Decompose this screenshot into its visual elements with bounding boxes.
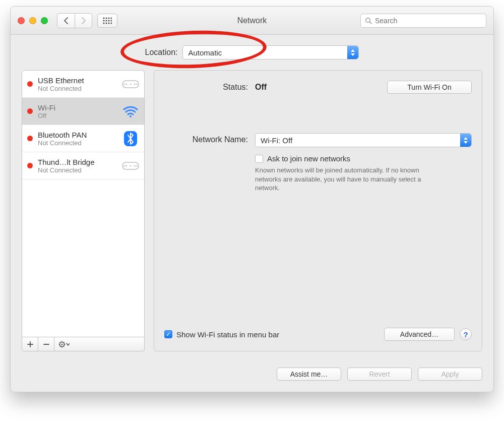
service-item-wifi[interactable]: Wi-Fi Off — [22, 98, 144, 125]
svg-point-6 — [108, 20, 109, 21]
svg-point-23 — [134, 165, 136, 166]
gear-dropdown-icon — [58, 341, 70, 348]
svg-point-10 — [108, 22, 109, 24]
forward-button[interactable] — [75, 14, 92, 28]
svg-point-0 — [103, 17, 104, 19]
search-field[interactable] — [360, 14, 486, 28]
svg-point-22 — [130, 165, 132, 166]
chevron-right-icon — [81, 17, 86, 24]
network-name-label: Network Name: — [164, 133, 248, 144]
svg-point-4 — [103, 20, 104, 21]
status-dot — [27, 136, 33, 141]
revert-button[interactable]: Revert — [347, 368, 412, 381]
minus-icon — [43, 341, 49, 347]
svg-point-25 — [61, 343, 63, 345]
status-row: Status: Off Turn Wi-Fi On — [164, 81, 472, 94]
status-value: Off — [255, 83, 267, 91]
zoom-window-button[interactable] — [41, 17, 48, 24]
wifi-icon — [122, 105, 139, 118]
chevron-left-icon — [64, 17, 69, 24]
close-window-button[interactable] — [18, 17, 25, 24]
ask-join-help: Known networks will be joined automatica… — [255, 166, 442, 193]
status-dot — [27, 108, 33, 114]
minimize-window-button[interactable] — [29, 17, 36, 24]
svg-line-31 — [64, 346, 64, 346]
back-button[interactable] — [57, 14, 75, 28]
titlebar: Network — [11, 7, 493, 35]
status-dot — [27, 163, 33, 168]
network-name-select[interactable]: Wi-Fi: Off — [255, 133, 472, 147]
ethernet-icon — [122, 159, 139, 172]
service-name: Thund…lt Bridge — [38, 158, 117, 166]
service-name: Wi-Fi — [38, 103, 117, 112]
bottom-bar: Assist me… Revert Apply — [11, 360, 493, 392]
service-actions-button[interactable] — [54, 337, 144, 351]
network-preferences-window: Network Location: Automatic USB Ethernet… — [10, 6, 494, 392]
svg-point-21 — [126, 165, 128, 166]
assist-me-button[interactable]: Assist me… — [277, 368, 341, 381]
search-input[interactable] — [375, 17, 482, 25]
show-status-label: Show Wi-Fi status in menu bar — [176, 330, 279, 339]
svg-point-9 — [105, 22, 107, 24]
search-icon — [365, 17, 372, 24]
help-button[interactable]: ? — [460, 328, 472, 340]
svg-point-3 — [110, 17, 112, 19]
checkbox-icon — [255, 155, 263, 163]
help-icon: ? — [463, 330, 468, 339]
svg-line-30 — [60, 342, 60, 342]
location-label: Location: — [145, 48, 178, 57]
service-status: Not Connected — [38, 85, 117, 92]
status-dot — [27, 81, 33, 87]
ask-join-checkbox[interactable]: Ask to join new networks — [255, 154, 472, 163]
content: USB Ethernet Not Connected Wi-Fi Off — [11, 70, 493, 360]
status-label: Status: — [164, 83, 248, 92]
svg-line-32 — [60, 346, 60, 346]
service-item-thunderbolt-bridge[interactable]: Thund…lt Bridge Not Connected — [22, 152, 144, 179]
ethernet-icon — [122, 78, 139, 91]
plus-icon — [27, 341, 33, 347]
service-name: USB Ethernet — [38, 76, 117, 85]
svg-point-2 — [108, 17, 109, 19]
service-item-bluetooth-pan[interactable]: Bluetooth PAN Not Connected — [22, 125, 144, 152]
window-controls — [18, 17, 48, 24]
service-list-toolbar — [22, 337, 145, 351]
nav-buttons — [57, 13, 92, 28]
location-select[interactable]: Automatic — [182, 45, 359, 59]
svg-point-1 — [105, 17, 107, 19]
detail-panel: Status: Off Turn Wi-Fi On Network Name: … — [154, 70, 482, 351]
service-list[interactable]: USB Ethernet Not Connected Wi-Fi Off — [22, 70, 145, 337]
service-status: Not Connected — [38, 166, 117, 174]
location-value: Automatic — [188, 48, 222, 57]
add-service-button[interactable] — [22, 337, 38, 351]
service-status: Not Connected — [38, 139, 117, 147]
svg-point-17 — [134, 83, 136, 85]
grid-icon — [103, 17, 112, 24]
svg-point-11 — [110, 22, 112, 24]
sidebar: USB Ethernet Not Connected Wi-Fi Off — [22, 70, 145, 351]
svg-point-8 — [103, 22, 104, 24]
show-status-checkbox[interactable]: Show Wi-Fi status in menu bar — [164, 330, 279, 339]
svg-line-33 — [64, 342, 64, 342]
toggle-wifi-button[interactable]: Turn Wi-Fi On — [387, 81, 472, 94]
stepper-icon — [460, 134, 471, 147]
service-item-usb-ethernet[interactable]: USB Ethernet Not Connected — [22, 71, 144, 98]
service-name: Bluetooth PAN — [38, 131, 117, 139]
bluetooth-icon — [122, 132, 139, 145]
stepper-icon — [347, 46, 358, 59]
svg-point-5 — [105, 20, 107, 21]
apply-button[interactable]: Apply — [418, 368, 482, 381]
network-name-row: Network Name: Wi-Fi: Off — [164, 133, 472, 147]
service-status: Off — [38, 112, 117, 119]
svg-point-16 — [130, 83, 132, 85]
show-all-button[interactable] — [97, 14, 117, 28]
checkbox-checked-icon — [164, 330, 172, 338]
advanced-button[interactable]: Advanced… — [384, 328, 455, 341]
svg-point-15 — [126, 83, 128, 85]
network-name-value: Wi-Fi: Off — [261, 136, 292, 145]
detail-footer: Show Wi-Fi status in menu bar Advanced… … — [164, 328, 472, 341]
location-row: Location: Automatic — [11, 35, 493, 70]
ask-join-block: Ask to join new networks Known networks … — [255, 154, 472, 193]
svg-point-18 — [130, 115, 132, 117]
svg-point-7 — [110, 20, 112, 21]
remove-service-button[interactable] — [38, 337, 54, 351]
